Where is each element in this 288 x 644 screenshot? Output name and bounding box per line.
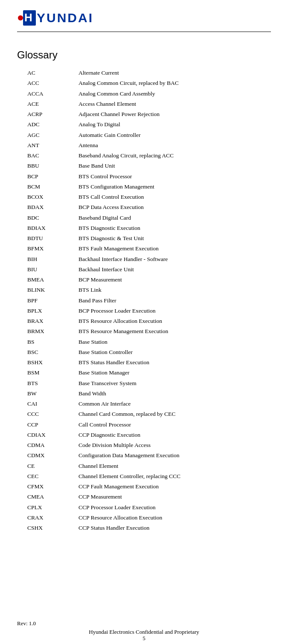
glossary-abbr: BCP: [26, 171, 77, 182]
glossary-abbr: BLINK: [26, 285, 77, 295]
glossary-abbr: BBU: [26, 161, 77, 171]
glossary-row: CMEACCP Measurement: [26, 492, 279, 502]
glossary-row: BSCBase Station Controller: [26, 347, 279, 357]
glossary-abbr: CRAX: [26, 513, 77, 523]
glossary-abbr: ACCA: [26, 89, 77, 99]
glossary-abbr: BRAX: [26, 316, 77, 326]
logo-icon: H: [17, 9, 36, 27]
glossary-definition: Baseband Analog Circuit, replacing ACC: [77, 151, 279, 161]
glossary-abbr: AC: [26, 68, 77, 78]
glossary-row: BWBand Width: [26, 389, 279, 399]
logo-text: YUNDAI: [37, 11, 93, 25]
glossary-row: BDAXBCP Data Access Execution: [26, 202, 279, 212]
glossary-abbr: BSM: [26, 368, 77, 378]
glossary-row: BDCBaseband Digital Card: [26, 213, 279, 223]
glossary-row: AGCAutomatic Gain Controller: [26, 130, 279, 140]
glossary-abbr: BS: [26, 337, 77, 347]
glossary-row: BIHBackhaul Interface Handler - Software: [26, 254, 279, 264]
glossary-row: CEChannel Element: [26, 461, 279, 471]
glossary-definition: Analog Common Circuit, replaced by BAC: [77, 78, 279, 88]
glossary-abbr: BSC: [26, 347, 77, 357]
glossary-abbr: BDTU: [26, 233, 77, 244]
glossary-definition: BTS Resource Management Execution: [77, 326, 279, 337]
glossary-definition: BCP Processor Loader Execution: [77, 306, 279, 316]
glossary-definition: BTS Fault Management Execution: [77, 244, 279, 254]
glossary-abbr: BTS: [26, 378, 77, 389]
glossary-row: BSHXBTS Status Handler Execution: [26, 357, 279, 368]
glossary-definition: BTS Configuration Management: [77, 182, 279, 192]
page-container: H YUNDAI Glossary ACAlternate CurrentACC…: [0, 0, 288, 559]
glossary-row: ADCAnalog To Digital: [26, 119, 279, 130]
glossary-definition: BTS Call Control Execution: [77, 192, 279, 202]
glossary-definition: Code Division Multiple Access: [77, 440, 279, 450]
glossary-abbr: BW: [26, 389, 77, 399]
glossary-definition: BTS Resource Allocation Execution: [77, 316, 279, 326]
glossary-definition: Backhaul Interface Unit: [77, 264, 279, 275]
glossary-definition: Analog Common Card Assembly: [77, 89, 279, 99]
glossary-row: BPFBand Pass Filter: [26, 296, 279, 306]
glossary-row: CDMXConfiguration Data Management Execut…: [26, 450, 279, 461]
glossary-abbr: BMEA: [26, 275, 77, 285]
glossary-abbr: BIH: [26, 254, 77, 264]
glossary-definition: BTS Diagnostic Execution: [77, 223, 279, 233]
glossary-definition: Channel Element Controller, replacing CC…: [77, 471, 279, 482]
glossary-abbr: ACC: [26, 78, 77, 88]
glossary-definition: Access Channel Element: [77, 99, 279, 109]
glossary-abbr: BPLX: [26, 306, 77, 316]
glossary-abbr: BDIAX: [26, 223, 77, 233]
glossary-row: CDMACode Division Multiple Access: [26, 440, 279, 450]
glossary-definition: BTS Status Handler Execution: [77, 357, 279, 368]
hyundai-logo: H YUNDAI: [17, 9, 93, 27]
glossary-abbr: ANT: [26, 140, 77, 151]
glossary-row: CDIAXCCP Diagnostic Execution: [26, 430, 279, 440]
glossary-abbr: CPLX: [26, 502, 77, 513]
glossary-definition: CCP Status Handler Execution: [77, 523, 279, 533]
glossary-definition: CCP Resource Allocation Execution: [77, 513, 279, 523]
glossary-row: CPLXCCP Processor Loader Execution: [26, 502, 279, 513]
svg-point-0: [18, 15, 23, 20]
glossary-definition: Base Station Manager: [77, 368, 279, 378]
glossary-definition: Base Band Unit: [77, 161, 279, 171]
glossary-definition: Base Station Controller: [77, 347, 279, 357]
glossary-row: CRAXCCP Resource Allocation Execution: [26, 513, 279, 523]
glossary-abbr: CAI: [26, 399, 77, 409]
footer-confidential: Hyundai Electronics Confidential and Pro…: [0, 629, 288, 635]
glossary-definition: Base Transceiver System: [77, 378, 279, 389]
glossary-definition: CCP Diagnostic Execution: [77, 430, 279, 440]
glossary-definition: Common Air Interface: [77, 399, 279, 409]
glossary-row: CCCChannel Card Common, replaced by CEC: [26, 409, 279, 419]
glossary-abbr: CEC: [26, 471, 77, 482]
page-title: Glossary: [17, 49, 271, 61]
glossary-abbr: CE: [26, 461, 77, 471]
logo-area: H YUNDAI: [17, 9, 271, 27]
glossary-row: BIUBackhaul Interface Unit: [26, 264, 279, 275]
glossary-abbr: ACE: [26, 99, 77, 109]
glossary-row: ANTAntenna: [26, 140, 279, 151]
glossary-row: CCPCall Control Processor: [26, 420, 279, 430]
glossary-row: BPLXBCP Processor Loader Execution: [26, 306, 279, 316]
glossary-table: ACAlternate CurrentACCAnalog Common Circ…: [26, 68, 279, 533]
glossary-definition: Call Control Processor: [77, 420, 279, 430]
glossary-row: BLINKBTS Link: [26, 285, 279, 295]
glossary-row: BCOXBTS Call Control Execution: [26, 192, 279, 202]
glossary-abbr: BCOX: [26, 192, 77, 202]
glossary-row: BSBase Station: [26, 337, 279, 347]
glossary-row: CECChannel Element Controller, replacing…: [26, 471, 279, 482]
glossary-definition: Channel Card Common, replaced by CEC: [77, 409, 279, 419]
footer-rev: Rev: 1.0: [17, 620, 36, 627]
glossary-definition: Analog To Digital: [77, 119, 279, 130]
glossary-row: BSMBase Station Manager: [26, 368, 279, 378]
glossary-row: BRAXBTS Resource Allocation Execution: [26, 316, 279, 326]
glossary-row: BMEABCP Measurement: [26, 275, 279, 285]
glossary-abbr: BRMX: [26, 326, 77, 337]
glossary-abbr: CDMX: [26, 450, 77, 461]
glossary-row: ACEAccess Channel Element: [26, 99, 279, 109]
glossary-row: CSHXCCP Status Handler Execution: [26, 523, 279, 533]
glossary-abbr: CCC: [26, 409, 77, 419]
glossary-row: CFMXCCP Fault Management Execution: [26, 482, 279, 492]
glossary-definition: Channel Element: [77, 461, 279, 471]
glossary-row: BRMXBTS Resource Management Execution: [26, 326, 279, 337]
glossary-definition: BCP Measurement: [77, 275, 279, 285]
glossary-abbr: CCP: [26, 420, 77, 430]
glossary-definition: BTS Diagnostic & Test Unit: [77, 233, 279, 244]
